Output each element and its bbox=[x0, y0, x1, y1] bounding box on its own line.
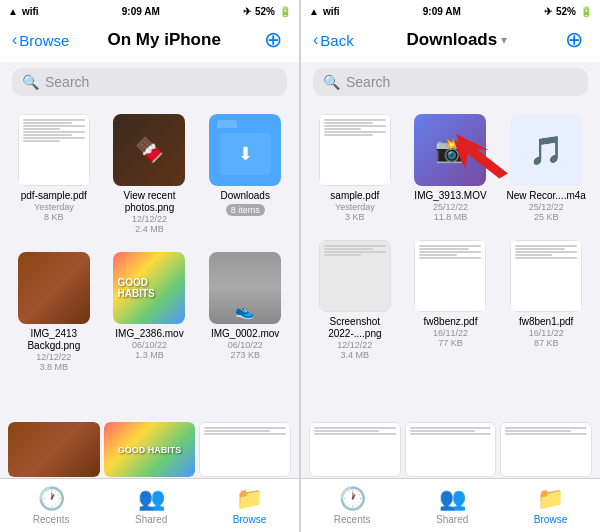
list-item[interactable]: pdf-sample.pdf Yesterday 8 KB bbox=[8, 110, 100, 238]
status-right-left: ✈ 52% 🔋 bbox=[243, 6, 291, 17]
right-panel: ▲ wifi 9:09 AM ✈ 52% 🔋 ‹ Back Downloads … bbox=[300, 0, 600, 532]
list-item[interactable]: 🍫 View recent photos.png 12/12/22 2.4 MB bbox=[104, 110, 196, 238]
list-item[interactable]: sample.pdf Yesterday 3 KB bbox=[309, 110, 401, 226]
list-item[interactable]: 🎵 New Recor....m4a 25/12/22 25 KB bbox=[500, 110, 592, 226]
file-date: Yesterday bbox=[335, 202, 375, 212]
file-thumb bbox=[414, 240, 486, 312]
airplane-icon-right: ✈ bbox=[544, 6, 552, 17]
file-thumb bbox=[319, 240, 391, 312]
partial-item bbox=[500, 422, 592, 477]
files-grid-left: pdf-sample.pdf Yesterday 8 KB 🍫 View rec… bbox=[0, 102, 299, 418]
file-thumb: 📸 bbox=[414, 114, 486, 186]
list-item[interactable]: Screenshot 2022-....png 12/12/22 3.4 MB bbox=[309, 236, 401, 364]
list-item[interactable]: GOOD HABITS IMG_2386.mov 06/10/22 1.3 MB bbox=[104, 248, 196, 376]
chevron-left-icon-right: ‹ bbox=[313, 31, 318, 49]
file-size: 3.8 MB bbox=[40, 362, 69, 372]
tab-browse-right[interactable]: 📁 Browse bbox=[534, 486, 567, 525]
partial-item bbox=[309, 422, 401, 477]
recents-icon-right: 🕐 bbox=[339, 486, 366, 512]
file-date: 25/12/22 bbox=[433, 202, 468, 212]
file-name: Downloads bbox=[220, 190, 269, 202]
left-panel: ▲ wifi 9:09 AM ✈ 52% 🔋 ‹ Browse On My iP… bbox=[0, 0, 300, 532]
tab-browse-left[interactable]: 📁 Browse bbox=[233, 486, 266, 525]
doc-thumbnail-2 bbox=[414, 240, 486, 312]
file-date: 16/11/22 bbox=[433, 328, 468, 338]
file-date: 16/11/22 bbox=[529, 328, 564, 338]
file-date: 06/10/22 bbox=[228, 340, 263, 350]
status-bar-right: ▲ wifi 9:09 AM ✈ 52% 🔋 bbox=[301, 0, 600, 22]
file-name: fw8ben1.pdf bbox=[519, 316, 574, 328]
file-size: 87 KB bbox=[534, 338, 559, 348]
back-button-left[interactable]: ‹ Browse bbox=[12, 31, 69, 49]
partial-files-left: GOOD HABITS bbox=[0, 418, 299, 478]
search-bar-right[interactable]: 🔍 Search bbox=[313, 68, 588, 96]
file-size: 11.8 MB bbox=[434, 212, 468, 222]
audio-thumbnail: 🎵 bbox=[510, 114, 582, 186]
file-size: 25 KB bbox=[534, 212, 559, 222]
right-panel-wrapper: ▲ wifi 9:09 AM ✈ 52% 🔋 ‹ Back Downloads … bbox=[300, 0, 600, 532]
time-left: 9:09 AM bbox=[122, 6, 160, 17]
wifi-icon-right: wifi bbox=[323, 6, 340, 17]
doc-thumbnail bbox=[18, 114, 90, 186]
tab-shared-right[interactable]: 👥 Shared bbox=[436, 486, 468, 525]
file-size: 273 KB bbox=[230, 350, 260, 360]
colorful-thumbnail: GOOD HABITS bbox=[113, 252, 185, 324]
file-name: IMG_2386.mov bbox=[115, 328, 183, 340]
file-thumb: 👟 bbox=[209, 252, 281, 324]
more-button-right[interactable]: ⊕ bbox=[560, 26, 588, 54]
list-item[interactable]: 👟 IMG_0002.mov 06/10/22 273 KB bbox=[199, 248, 291, 376]
tab-label-browse-right: Browse bbox=[534, 514, 567, 525]
list-item[interactable]: 📸 IMG_3913.MOV 25/12/22 11.8 MB bbox=[405, 110, 497, 226]
tab-label-recents-right: Recents bbox=[334, 514, 371, 525]
shared-icon: 👥 bbox=[138, 486, 165, 512]
more-button-left[interactable]: ⊕ bbox=[259, 26, 287, 54]
search-placeholder-left: Search bbox=[45, 74, 89, 90]
battery-left: 52% bbox=[255, 6, 275, 17]
screenshot-thumbnail bbox=[319, 240, 391, 312]
list-item[interactable]: ⬇ Downloads 8 items bbox=[199, 110, 291, 238]
download-icon: ⬇ bbox=[238, 143, 253, 165]
file-date: 25/12/22 bbox=[529, 202, 564, 212]
back-button-right[interactable]: ‹ Back bbox=[313, 31, 354, 49]
list-item[interactable]: fw8ben1.pdf 16/11/22 87 KB bbox=[500, 236, 592, 364]
time-right: 9:09 AM bbox=[423, 6, 461, 17]
battery-right: 52% bbox=[556, 6, 576, 17]
file-name: fw8benz.pdf bbox=[424, 316, 478, 328]
chevron-left-icon: ‹ bbox=[12, 31, 17, 49]
tab-bar-right: 🕐 Recents 👥 Shared 📁 Browse bbox=[301, 478, 600, 532]
file-size: 3.4 MB bbox=[341, 350, 370, 360]
chevron-down-icon[interactable]: ▾ bbox=[501, 33, 507, 47]
airplane-icon: ✈ bbox=[243, 6, 251, 17]
search-icon-left: 🔍 bbox=[22, 74, 39, 90]
file-thumb: 🎵 bbox=[510, 114, 582, 186]
tab-shared-left[interactable]: 👥 Shared bbox=[135, 486, 167, 525]
file-date: 12/12/22 bbox=[337, 340, 372, 350]
file-size: 1.3 MB bbox=[135, 350, 164, 360]
status-right-right: ✈ 52% 🔋 bbox=[544, 6, 592, 17]
back-label-left[interactable]: Browse bbox=[19, 32, 69, 49]
back-label-right[interactable]: Back bbox=[320, 32, 353, 49]
tab-label-shared-right: Shared bbox=[436, 514, 468, 525]
list-item[interactable]: fw8benz.pdf 16/11/22 77 KB bbox=[405, 236, 497, 364]
photo-thumbnail: 📸 bbox=[414, 114, 486, 186]
tab-label-shared-left: Shared bbox=[135, 514, 167, 525]
shared-icon-right: 👥 bbox=[439, 486, 466, 512]
file-name: IMG_3913.MOV bbox=[414, 190, 486, 202]
tab-recents-right[interactable]: 🕐 Recents bbox=[334, 486, 371, 525]
file-size: 8 KB bbox=[44, 212, 64, 222]
left-header: ‹ Browse On My iPhone ⊕ bbox=[0, 22, 299, 62]
partial-item bbox=[199, 422, 291, 477]
search-icon-right: 🔍 bbox=[323, 74, 340, 90]
file-name: IMG_0002.mov bbox=[211, 328, 279, 340]
partial-files-right bbox=[301, 418, 600, 478]
tab-recents-left[interactable]: 🕐 Recents bbox=[33, 486, 70, 525]
list-item[interactable]: IMG_2413 Backgd.png 12/12/22 3.8 MB bbox=[8, 248, 100, 376]
items-badge: 8 items bbox=[226, 204, 265, 216]
search-bar-left[interactable]: 🔍 Search bbox=[12, 68, 287, 96]
file-date: Yesterday bbox=[34, 202, 74, 212]
title-group: Downloads ▾ bbox=[407, 30, 508, 50]
status-bar-left: ▲ wifi 9:09 AM ✈ 52% 🔋 bbox=[0, 0, 299, 22]
file-thumb bbox=[510, 240, 582, 312]
file-name: IMG_2413 Backgd.png bbox=[14, 328, 94, 352]
browse-icon-right: 📁 bbox=[537, 486, 564, 512]
